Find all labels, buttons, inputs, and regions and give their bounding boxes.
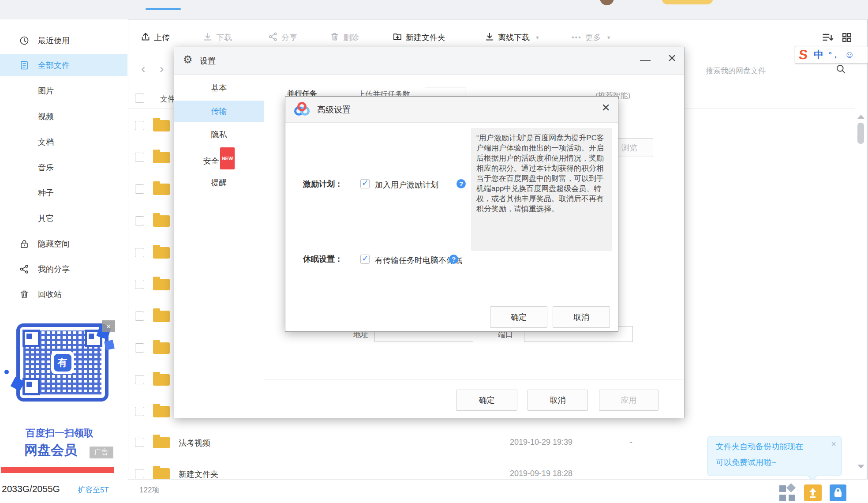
storage-usage: 2033G/2055G — [2, 484, 60, 494]
row-checkbox[interactable] — [135, 280, 144, 289]
tab-privacy[interactable]: 隐私 — [174, 124, 264, 145]
top-tab-strip — [0, 0, 868, 20]
folder-icon — [153, 279, 170, 290]
more-dots-icon: ••• — [572, 34, 582, 41]
sogou-logo: S — [798, 47, 808, 62]
toolbar-upload-button[interactable]: 上传 — [141, 30, 170, 45]
settings-ok-button[interactable]: 确定 — [456, 390, 517, 411]
nav-forward-button[interactable]: › — [160, 62, 164, 76]
chevron-down-icon[interactable]: ▼ — [606, 35, 611, 40]
toolbar-share-button[interactable]: 分享 — [268, 30, 297, 45]
baidu-netdisk-logo — [294, 103, 312, 116]
sidebar-item-music[interactable]: 音乐 — [0, 157, 127, 179]
ime-emoji-icon[interactable]: ☺ — [845, 49, 854, 60]
sidebar-item-documents[interactable]: 文档 — [0, 131, 127, 153]
incentive-option-label[interactable]: 加入用户激励计划 — [375, 180, 438, 190]
incentive-label: 激励计划： — [303, 179, 343, 189]
ad-line2: 网盘会员 — [9, 441, 93, 459]
close-icon[interactable]: × — [668, 51, 676, 65]
row-checkbox[interactable] — [135, 121, 144, 130]
qr-ad[interactable]: 有 — [16, 323, 108, 402]
row-checkbox[interactable] — [135, 153, 144, 162]
scrollbar-down-arrow[interactable] — [857, 465, 864, 469]
sidebar-item-hidden-space[interactable]: 隐藏空间 — [0, 233, 127, 255]
row-checkbox[interactable] — [135, 248, 144, 257]
list-view-icon[interactable] — [821, 32, 834, 45]
tab-basic[interactable]: 基本 — [174, 77, 264, 98]
settings-apply-button[interactable]: 应用 — [599, 390, 658, 411]
row-checkbox[interactable] — [135, 312, 144, 321]
tab-security[interactable]: 安全NEW — [174, 147, 264, 169]
file-list-icon — [19, 60, 30, 71]
trash-icon — [19, 289, 30, 300]
row-checkbox[interactable] — [135, 469, 144, 478]
sidebar-item-pictures[interactable]: 图片 — [0, 80, 127, 102]
sidebar-item-videos[interactable]: 视频 — [0, 105, 127, 128]
settings-cancel-button[interactable]: 取消 — [528, 390, 588, 411]
check-icon: ✓ — [362, 253, 369, 263]
backup-notification[interactable]: 文件夹自动备份功能现在 可以免费试用啦~ × — [707, 436, 842, 476]
help-icon[interactable]: ? — [449, 255, 458, 264]
row-checkbox[interactable] — [135, 375, 144, 384]
nav-back-button[interactable]: ‹ — [141, 62, 145, 76]
help-icon[interactable]: ? — [456, 179, 466, 188]
offline-download-icon — [485, 32, 494, 44]
ad-badge: 广告 — [90, 447, 113, 458]
tab-transfer[interactable]: 传输 — [174, 101, 264, 122]
vip-button[interactable] — [662, 0, 713, 4]
sleep-checkbox[interactable]: ✓ — [360, 255, 370, 264]
advanced-cancel-button[interactable]: 取消 — [553, 306, 610, 328]
status-bar — [128, 479, 868, 503]
scrollbar-up-arrow[interactable] — [857, 115, 864, 119]
new-folder-icon — [393, 32, 402, 44]
ime-bar[interactable]: S 中 °， ☺ — [795, 46, 868, 64]
search-icon[interactable] — [835, 64, 847, 77]
folder-icon — [153, 247, 170, 259]
toolbar-new-folder-button[interactable]: 新建文件夹 — [393, 30, 445, 45]
folder-icon — [153, 406, 170, 417]
ime-mode-chinese[interactable]: 中 — [814, 48, 823, 61]
mini-apps-icon[interactable] — [779, 485, 795, 501]
sleep-label: 休眠设置： — [303, 254, 343, 264]
toolbar-more-button[interactable]: ••• 更多 ▼ — [572, 30, 611, 45]
toolbar-delete-button[interactable]: 删除 — [330, 30, 359, 45]
lock-screen-icon[interactable] — [830, 484, 846, 501]
sidebar-item-recycle-bin[interactable]: 回收站 — [0, 283, 127, 305]
sidebar-item-torrents[interactable]: 种子 — [0, 182, 127, 204]
ime-punctuation[interactable]: °， — [829, 50, 839, 60]
sidebar-item-my-shares[interactable]: 我的分享 — [0, 258, 127, 280]
scrollbar-thumb[interactable] — [857, 123, 864, 144]
tab-reminder[interactable]: 提醒 — [174, 172, 264, 193]
sidebar-item-other[interactable]: 其它 — [0, 207, 127, 229]
close-icon[interactable]: × — [831, 439, 836, 449]
share-icon — [19, 264, 30, 274]
incentive-checkbox[interactable]: ✓ — [360, 179, 370, 188]
minimize-button[interactable]: — — [640, 54, 651, 65]
folder-backup-icon[interactable] — [804, 484, 822, 501]
folder-icon — [153, 184, 170, 195]
toolbar-download-button[interactable]: 下载 — [203, 30, 232, 45]
row-checkbox[interactable] — [135, 216, 144, 225]
row-checkbox[interactable] — [135, 438, 144, 447]
grid-view-icon[interactable] — [841, 32, 853, 45]
row-checkbox[interactable] — [135, 407, 144, 416]
row-checkbox[interactable] — [135, 184, 144, 194]
qr-center-logo: 有 — [54, 354, 71, 372]
storage-upgrade-link[interactable]: 扩容至5T — [78, 485, 109, 495]
share-icon — [268, 32, 278, 44]
sidebar-item-recent[interactable]: 最近使用 — [0, 30, 127, 52]
close-icon[interactable]: × — [602, 100, 610, 114]
clock-icon — [19, 35, 30, 46]
sidebar-item-all-files[interactable]: 全部文件 — [0, 54, 127, 76]
select-all-checkbox[interactable] — [135, 94, 144, 103]
divider — [264, 379, 684, 379]
active-tab-underline — [146, 8, 181, 10]
upload-icon — [141, 32, 150, 44]
folder-icon — [153, 374, 170, 386]
chevron-down-icon[interactable]: ▼ — [535, 35, 540, 40]
search-input[interactable]: 搜索我的网盘文件 — [706, 66, 766, 76]
qr-ad-close-button[interactable]: × — [102, 320, 115, 332]
advanced-ok-button[interactable]: 确定 — [490, 306, 547, 328]
toolbar-offline-download-button[interactable]: 离线下载 ▼ — [485, 30, 540, 45]
row-checkbox[interactable] — [135, 343, 144, 353]
